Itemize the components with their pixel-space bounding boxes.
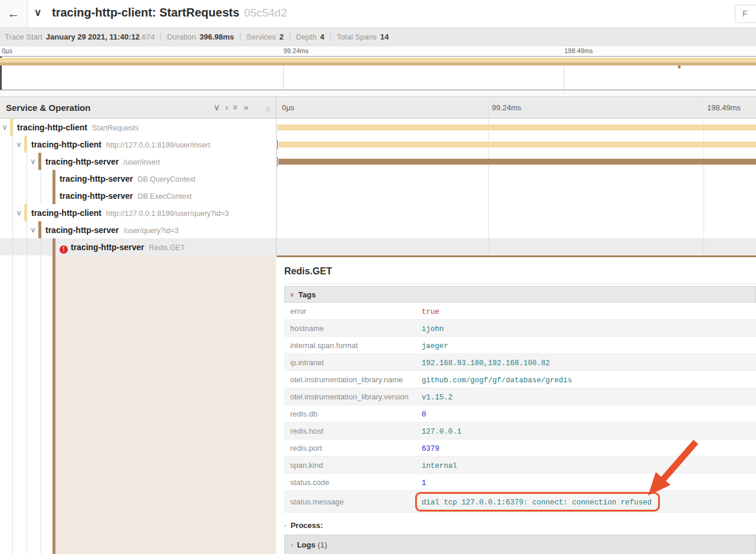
- back-button[interactable]: ←: [0, 0, 28, 27]
- page-title: tracing-http-client: StartRequests05c54d…: [52, 6, 287, 19]
- tag-value-wrap: true: [422, 306, 439, 316]
- collapse-all-icon[interactable]: »: [234, 102, 238, 113]
- tag-value: true: [422, 308, 439, 316]
- span-row-user-query-id-3[interactable]: ∨tracing-http-server/user/query?id=3: [0, 221, 756, 238]
- tag-key: ip.intranet: [284, 358, 422, 367]
- tag-key: redis.host: [284, 427, 422, 435]
- timeline-gridline: [704, 96, 704, 255]
- indent-guide: [41, 187, 41, 204]
- tag-row-hostname[interactable]: hostnameijohn: [284, 320, 756, 337]
- tags-accordion-header[interactable]: ∨ Tags: [284, 286, 756, 303]
- tag-row-otel-instrumentation-library-name[interactable]: otel.instrumentation_library.namegithub.…: [284, 371, 756, 388]
- collapse-one-icon-glyph: ∨: [213, 102, 220, 112]
- server-spans-band: [0, 63, 756, 65]
- tag-row-redis-port[interactable]: redis.port6379: [284, 440, 756, 457]
- timeline-tick-label: 99.24ms: [492, 103, 521, 112]
- row-expander-chevron-icon[interactable]: ∨: [1, 123, 9, 132]
- tag-row-redis-db[interactable]: redis.db0: [284, 405, 756, 422]
- tag-value: github.com/gogf/gf/database/gredis: [422, 376, 572, 385]
- span-row-db-execcontext[interactable]: tracing-http-serverDB.ExecContext: [0, 187, 756, 204]
- tag-row-internal-span-format[interactable]: internal.span.formatjaeger: [284, 337, 756, 354]
- tag-value-wrap: 127.0.0.1: [422, 425, 462, 436]
- jaeger-trace-page: ← ∨ tracing-http-client: StartRequests05…: [0, 0, 756, 554]
- tag-value-wrap: ijohn: [422, 323, 444, 333]
- span-row-label: tracing-http-clienthttp://127.0.0.1:8199…: [31, 208, 229, 218]
- expand-one-icon[interactable]: ›: [225, 102, 228, 113]
- chevron-right-icon: ›: [284, 522, 287, 529]
- span-operation-name: Redis.GET: [149, 244, 185, 252]
- stat-value-muted: .674: [140, 32, 155, 41]
- span-name-heading: Redis.GET: [284, 266, 756, 277]
- indent-guide: [12, 136, 13, 153]
- row-expander-chevron-icon[interactable]: ∨: [15, 208, 23, 217]
- span-color-bar: [38, 221, 41, 238]
- expand-all-icon-glyph: »: [244, 102, 248, 112]
- span-duration-bar[interactable]: [278, 159, 756, 165]
- row-expander-chevron-icon[interactable]: ∨: [29, 225, 37, 234]
- minimap-canvas[interactable]: [0, 56, 756, 90]
- row-expander-chevron-icon[interactable]: ∨: [15, 140, 23, 149]
- indent-guide: [12, 204, 13, 221]
- trace-stat-services: Services2: [246, 32, 284, 41]
- stat-separator: [160, 32, 161, 41]
- minimap-tick-label: 99.24ms: [284, 47, 308, 54]
- pane-divider[interactable]: [276, 96, 277, 255]
- span-row-label: tracing-http-clientStartRequests: [17, 122, 139, 133]
- stat-separator: [330, 32, 331, 41]
- span-row-http-127-0-0-1-8199-user-insert[interactable]: ∨tracing-http-clienthttp://127.0.0.1:819…: [0, 136, 756, 153]
- tag-row-status-message[interactable]: status.messagedial tcp 127.0.0.1:6379: c…: [284, 491, 756, 513]
- span-service-name: tracing-http-client: [31, 208, 101, 218]
- stat-value: 4: [320, 32, 324, 41]
- trace-title-bar: ← ∨ tracing-http-client: StartRequests05…: [0, 0, 756, 28]
- tag-row-otel-instrumentation-library-version[interactable]: otel.instrumentation_library.versionv1.1…: [284, 388, 756, 405]
- tag-value: v1.15.2: [422, 394, 453, 402]
- span-row-db-querycontext[interactable]: tracing-http-serverDB.QueryContext: [0, 170, 756, 187]
- span-row-label: tracing-http-clienthttp://127.0.0.1:8199…: [31, 139, 211, 150]
- indent-guide: [27, 170, 27, 187]
- tag-value-wrap: github.com/gogf/gf/database/gredis: [422, 374, 572, 385]
- tag-row-error[interactable]: errortrue: [284, 303, 756, 320]
- stat-label: Total Spans: [337, 32, 377, 41]
- indent-guide: [41, 255, 41, 554]
- trace-stat-depth: Depth4: [296, 32, 324, 41]
- column-resizer[interactable]: ||: [267, 106, 271, 112]
- span-row-startrequests[interactable]: ∨tracing-http-clientStartRequests: [0, 119, 756, 136]
- collapse-one-icon[interactable]: ∨: [213, 102, 220, 113]
- process-accordion-header[interactable]: › Process:: [284, 517, 756, 533]
- tag-row-status-code[interactable]: status.code1: [284, 474, 756, 491]
- tag-value: 127.0.0.1: [422, 428, 462, 436]
- tag-key: status.code: [284, 478, 422, 487]
- find-button[interactable]: F: [735, 5, 756, 23]
- span-row-label: tracing-http-serverDB.QueryContext: [60, 173, 195, 184]
- tag-value: dial tcp 127.0.0.1:6379: connect: connec…: [422, 499, 652, 507]
- span-row-redis-get[interactable]: !tracing-http-serverRedis.GET: [0, 238, 756, 255]
- indent-guide: [27, 255, 27, 554]
- tag-value-wrap: v1.15.2: [422, 391, 453, 402]
- chevron-down-icon: ∨: [290, 291, 294, 299]
- annotation-highlight-box: dial tcp 127.0.0.1:6379: connect: connec…: [415, 492, 660, 512]
- tag-row-span-kind[interactable]: span.kindinternal: [284, 457, 756, 474]
- row-expander-chevron-icon[interactable]: ∨: [29, 157, 37, 166]
- span-duration-bar[interactable]: [277, 124, 756, 130]
- expand-all-icon[interactable]: »: [244, 102, 248, 113]
- indent-guide: [41, 238, 41, 255]
- tag-key: redis.db: [284, 409, 422, 418]
- tag-row-redis-host[interactable]: redis.host127.0.0.1: [284, 422, 756, 440]
- span-color-bar: [52, 170, 55, 187]
- indent-guide: [12, 187, 13, 204]
- indent-guide: [12, 170, 13, 187]
- span-service-name: tracing-http-server: [45, 157, 119, 166]
- span-row-user-insert[interactable]: ∨tracing-http-server/user/insert: [0, 153, 756, 170]
- tag-row-ip-intranet[interactable]: ip.intranet192.168.93.180,192.168.100.82: [284, 354, 756, 371]
- span-color-bar: [52, 238, 55, 255]
- trace-name: tracing-http-client: StartRequests: [52, 6, 239, 19]
- logs-accordion-header[interactable]: › Logs (1): [284, 535, 756, 554]
- trace-collapse-chevron-icon[interactable]: ∨: [34, 6, 41, 19]
- stat-label: Services: [246, 32, 276, 41]
- tag-key: internal.span.format: [284, 341, 422, 350]
- span-row-http-127-0-0-1-8199-user-query-id-3[interactable]: ∨tracing-http-clienthttp://127.0.0.1:819…: [0, 204, 756, 221]
- tag-key: span.kind: [284, 461, 422, 470]
- span-rows: ∨tracing-http-clientStartRequests∨tracin…: [0, 119, 756, 255]
- span-duration-bar[interactable]: [278, 142, 756, 147]
- tag-value-wrap: internal: [422, 460, 457, 470]
